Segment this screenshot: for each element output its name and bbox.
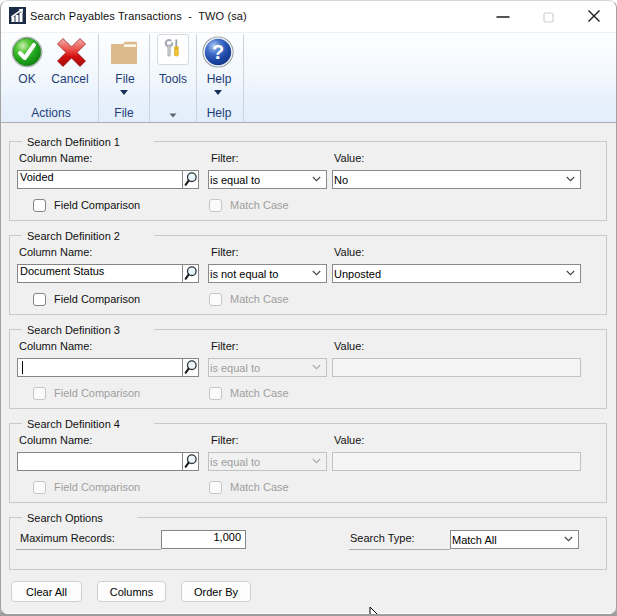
svg-text:?: ? [212, 41, 224, 63]
